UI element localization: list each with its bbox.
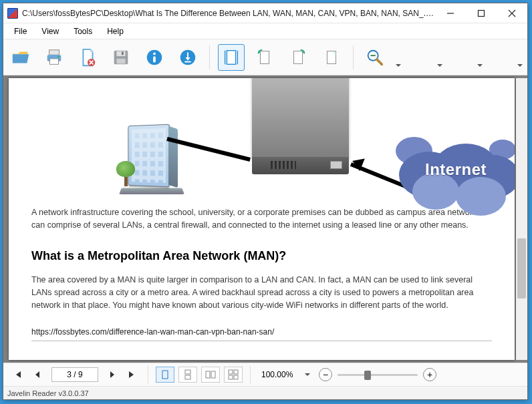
footer-url: https://fossbytes.com/difference-lan-wan… — [31, 326, 492, 339]
footer-toolbar: 3 / 9 100.00% − + — [3, 363, 527, 386]
next-page-button[interactable] — [104, 367, 121, 383]
folder-open-icon — [11, 47, 31, 67]
menu-file[interactable]: File — [7, 25, 33, 38]
separator — [250, 366, 251, 383]
info-icon — [144, 47, 164, 67]
open-button[interactable] — [7, 44, 34, 71]
chevron-down-icon — [477, 64, 483, 67]
toolbar-overflow-3[interactable] — [517, 44, 523, 71]
chevron-down-icon — [396, 64, 401, 67]
save-button[interactable] — [108, 44, 134, 71]
cloud-label: Internet — [392, 157, 515, 182]
minimize-button[interactable] — [435, 3, 466, 23]
cloud-icon: Internet — [392, 125, 515, 212]
printer-icon — [44, 47, 64, 67]
svg-rect-26 — [185, 370, 190, 374]
svg-line-24 — [377, 59, 382, 64]
vertical-scrollbar[interactable] — [516, 78, 527, 360]
server-icon — [239, 78, 352, 178]
svg-rect-1 — [479, 10, 485, 16]
menu-tools[interactable]: Tools — [67, 25, 99, 38]
chevron-down-icon — [305, 373, 310, 376]
zoom-level-label: 100.00% — [261, 370, 296, 379]
section-heading: What is a Metropolitan Area Network (MAN… — [31, 247, 492, 266]
toolbar-overflow-1[interactable] — [436, 44, 443, 71]
svg-rect-28 — [206, 371, 210, 378]
svg-rect-6 — [49, 58, 58, 63]
svg-rect-33 — [234, 375, 238, 379]
download-icon — [178, 47, 198, 67]
svg-rect-18 — [227, 50, 235, 64]
view-continuous-button[interactable] — [178, 367, 197, 383]
toolbar-overflow-2[interactable] — [477, 44, 483, 71]
page-rotate-right-icon — [288, 47, 308, 67]
svg-rect-15 — [153, 56, 156, 62]
app-window: C:\Users\fossBytesPC\Desktop\What Is The… — [3, 3, 528, 400]
zoom-level-dropdown[interactable] — [303, 373, 312, 376]
building-icon — [115, 125, 182, 198]
separator — [148, 366, 148, 383]
svg-rect-30 — [229, 370, 233, 374]
zoom-dropdown[interactable] — [395, 44, 402, 71]
view-facing-continuous-button[interactable] — [224, 367, 243, 383]
svg-rect-29 — [211, 371, 215, 378]
page-single-icon — [221, 47, 241, 67]
menubar: File View Tools Help — [3, 23, 527, 39]
toolbar — [3, 39, 527, 75]
svg-rect-25 — [162, 371, 168, 379]
zoom-increase-button[interactable]: + — [423, 368, 436, 381]
view-facing-button[interactable] — [201, 367, 220, 383]
svg-point-7 — [57, 55, 59, 57]
svg-rect-20 — [293, 51, 302, 63]
tree-icon — [116, 161, 135, 186]
info-button[interactable] — [141, 44, 168, 71]
chevron-down-icon — [437, 64, 442, 67]
prev-page-button[interactable] — [29, 367, 46, 383]
first-page-button[interactable] — [9, 367, 26, 383]
page-blank-icon — [321, 47, 342, 67]
chevron-down-icon — [517, 64, 523, 67]
page-number-field[interactable]: 3 / 9 — [51, 367, 98, 382]
zoom-decrease-button[interactable]: − — [319, 368, 332, 381]
print-button[interactable] — [41, 44, 68, 71]
page-blank-button[interactable] — [318, 44, 345, 71]
window-title: C:\Users\fossBytesPC\Desktop\What Is The… — [22, 9, 435, 18]
scrollbar-thumb[interactable] — [517, 238, 526, 298]
close-button[interactable] — [497, 3, 527, 23]
status-text: Javelin Reader v3.0.0.37 — [7, 389, 89, 397]
svg-rect-23 — [370, 55, 376, 56]
zoom-out-button[interactable] — [362, 44, 388, 71]
network-diagram: Internet — [31, 78, 492, 205]
svg-rect-32 — [229, 375, 233, 379]
titlebar: C:\Users\fossBytesPC\Desktop\What Is The… — [3, 3, 527, 23]
last-page-button[interactable] — [124, 367, 141, 383]
status-bar: Javelin Reader v3.0.0.37 — [3, 386, 527, 399]
zoom-slider-thumb[interactable] — [364, 371, 371, 380]
save-icon — [111, 47, 131, 67]
svg-rect-4 — [49, 49, 59, 55]
paragraph: The area covered by a MAN is quite large… — [31, 274, 492, 313]
maximize-button[interactable] — [466, 3, 497, 23]
zoom-slider[interactable] — [338, 374, 418, 376]
toolbar-separator — [353, 45, 354, 69]
toolbar-separator — [209, 45, 210, 69]
zoom-out-icon — [365, 47, 385, 67]
menu-help[interactable]: Help — [100, 25, 130, 38]
divider — [31, 341, 492, 341]
rotate-left-button[interactable] — [251, 44, 278, 71]
svg-rect-17 — [184, 61, 190, 62]
download-button[interactable] — [174, 44, 201, 71]
svg-rect-10 — [116, 51, 125, 56]
document-area: Internet A network infrastructure coveri… — [3, 75, 527, 363]
menu-view[interactable]: View — [35, 25, 65, 38]
pdf-page[interactable]: Internet A network infrastructure coveri… — [9, 78, 515, 360]
page-rotate-left-icon — [255, 47, 275, 67]
svg-rect-27 — [185, 375, 190, 379]
rotate-right-button[interactable] — [285, 44, 311, 71]
remove-doc-button[interactable] — [74, 44, 101, 71]
document-remove-icon — [78, 47, 98, 67]
fit-page-button[interactable] — [218, 44, 245, 71]
svg-point-14 — [153, 52, 156, 55]
view-single-page-button[interactable] — [156, 367, 174, 383]
svg-rect-11 — [116, 58, 125, 63]
